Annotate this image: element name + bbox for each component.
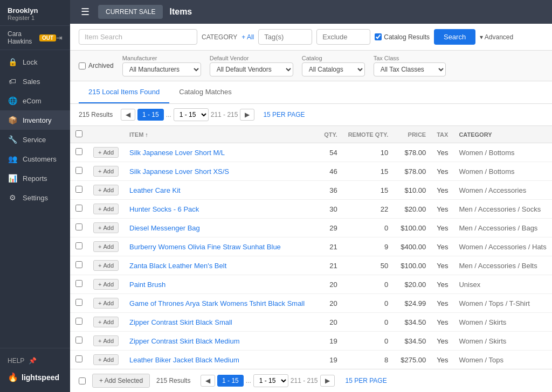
add-button-10[interactable]: + Add [93,335,119,346]
bottom-next-page-button[interactable]: ▶ [320,375,335,387]
archived-check[interactable]: Archived [79,62,114,69]
bottom-page-dots: ... [246,377,251,384]
logout-icon[interactable]: ⇥ [56,33,63,42]
manufacturer-select[interactable]: All Manufacturers [122,62,201,76]
plus-icon: + [98,149,101,156]
row-checkbox-10[interactable] [75,337,82,344]
vendor-select[interactable]: All Default Vendors [210,62,293,76]
bottom-select-all-checkbox[interactable] [79,377,86,384]
row-checkbox-8[interactable] [75,299,82,306]
add-selected-button[interactable]: + Add Selected [92,374,150,388]
table-row: + Add Game of Thrones Arya Stark Womens … [70,294,552,313]
pin-icon[interactable]: 📌 [29,357,37,365]
sidebar-item-lock[interactable]: 🔒 Lock [0,52,70,72]
category-all-link[interactable]: + All [242,33,254,41]
category-9: Women / Skirts [453,313,552,332]
category-8: Women / Tops / T-Shirt [453,294,552,313]
header-item-col[interactable]: ITEM↑ [124,126,310,143]
sidebar-item-reports[interactable]: 📊 Reports [0,169,70,188]
row-checkbox-5[interactable] [75,242,82,249]
add-button-9[interactable]: + Add [93,317,119,327]
bottom-prev-page-button[interactable]: ◀ [201,375,215,387]
item-name-10[interactable]: Zipper Contrast Skirt Black Medium [124,332,310,351]
tab-catalog-matches[interactable]: Catalog Matches [169,81,242,103]
current-page-button[interactable]: 1 - 15 [137,109,164,121]
add-button-1[interactable]: + Add [93,166,119,177]
sidebar-item-sales[interactable]: 🏷 Sales [0,72,70,91]
search-bar: CATEGORY + All Catalog Results Search ▾ … [70,24,552,51]
plus-icon: + [98,281,101,288]
filter-bar: Archived Manufacturer All Manufacturers … [70,51,552,81]
add-button-3[interactable]: + Add [93,204,119,214]
add-button-0[interactable]: + Add [93,147,119,158]
add-button-7[interactable]: + Add [93,279,119,290]
sidebar-item-settings[interactable]: ⚙ Settings [0,188,70,207]
sidebar-item-inventory[interactable]: 📦 Inventory [0,110,70,130]
qty-2: 36 [310,181,343,200]
row-checkbox-1[interactable] [75,167,82,174]
sidebar-item-service[interactable]: 🔧 Service [0,130,70,149]
exclude-input[interactable] [316,29,370,45]
add-button-11[interactable]: + Add [93,354,119,365]
add-button-8[interactable]: + Add [93,298,119,309]
taxclass-select[interactable]: All Tax Classes [374,62,446,76]
add-button-5[interactable]: + Add [93,241,119,252]
tax-7: Yes [431,275,453,294]
items-table-container: ITEM↑ QTY. REMOTE QTY. PRICE TAX CATEGOR… [70,126,552,369]
plus-icon: + [98,300,101,306]
select-all-checkbox[interactable] [75,130,82,137]
sidebar-bottom: HELP 📌 🔥 lightspeed [0,348,70,392]
row-checkbox-7[interactable] [75,280,82,287]
bottom-page-end: 211 - 215 [291,377,318,384]
item-name-2[interactable]: Leather Care Kit [124,181,310,200]
search-button[interactable]: Search [434,29,475,45]
add-button-4[interactable]: + Add [93,222,119,233]
row-checkbox-0[interactable] [75,148,82,155]
catalog-results-check[interactable]: Catalog Results [375,33,430,41]
catalog-results-checkbox[interactable] [375,33,382,40]
item-name-8[interactable]: Game of Thrones Arya Stark Womens Tshirt… [124,294,310,313]
help-item[interactable]: HELP 📌 [8,354,63,368]
item-name-0[interactable]: Silk Japanese Lover Short M/L [124,143,310,162]
row-checkbox-6[interactable] [75,261,82,268]
row-checkbox-3[interactable] [75,205,82,212]
row-checkbox-4[interactable] [75,223,82,230]
header-qty-col: QTY. [310,126,343,143]
bottom-current-page-button[interactable]: 1 - 15 [217,375,244,387]
bottom-per-page-label[interactable]: 15 PER PAGE [346,377,387,384]
row-checkbox-9[interactable] [75,318,82,325]
item-name-1[interactable]: Silk Japanese Lover Short XS/S [124,162,310,181]
search-input[interactable] [79,29,197,45]
item-name-3[interactable]: Hunter Socks - 6 Pack [124,200,310,219]
item-name-11[interactable]: Leather Biker Jacket Black Medium [124,351,310,369]
item-name-9[interactable]: Zipper Contrast Skirt Black Small [124,313,310,332]
sidebar-item-customers[interactable]: 👥 Customers [0,149,70,169]
page-dropdown[interactable]: 1 - 15 [174,108,209,121]
advanced-button[interactable]: ▾ Advanced [480,33,513,41]
archived-checkbox[interactable] [79,62,86,69]
bottom-page-dropdown[interactable]: 1 - 15 [253,374,288,387]
item-name-6[interactable]: Zanta Black Leather Men's Belt [124,256,310,275]
item-name-7[interactable]: Paint Brush [124,275,310,294]
per-page-label[interactable]: 15 PER PAGE [263,111,305,118]
header-tax-col: TAX [431,126,453,143]
menu-button[interactable]: ☰ [79,4,92,20]
tax-10: Yes [431,332,453,351]
add-button-2[interactable]: + Add [93,185,119,195]
row-checkbox-11[interactable] [75,355,82,362]
item-name-5[interactable]: Burberry Womens Olivia Fine Straw Sunhat… [124,237,310,256]
page-title: Items [169,7,192,17]
remote-qty-11: 8 [343,351,394,369]
row-checkbox-2[interactable] [75,186,82,193]
tab-local-items[interactable]: 215 Local Items Found [79,81,169,103]
sidebar-item-ecom[interactable]: 🌐 eCom [0,91,70,110]
tags-input[interactable] [258,29,312,45]
add-button-6[interactable]: + Add [93,260,119,271]
item-name-4[interactable]: Diesel Messenger Bag [124,219,310,237]
catalog-select[interactable]: All Catalogs [302,62,365,76]
prev-page-button[interactable]: ◀ [121,109,135,121]
sidebar-nav: 🔒 Lock 🏷 Sales 🌐 eCom 📦 Inventory 🔧 Serv… [0,50,70,348]
next-page-button[interactable]: ▶ [240,109,254,121]
current-sale-button[interactable]: CURRENT SALE [98,5,163,19]
topbar: ☰ CURRENT SALE Items [70,0,552,24]
